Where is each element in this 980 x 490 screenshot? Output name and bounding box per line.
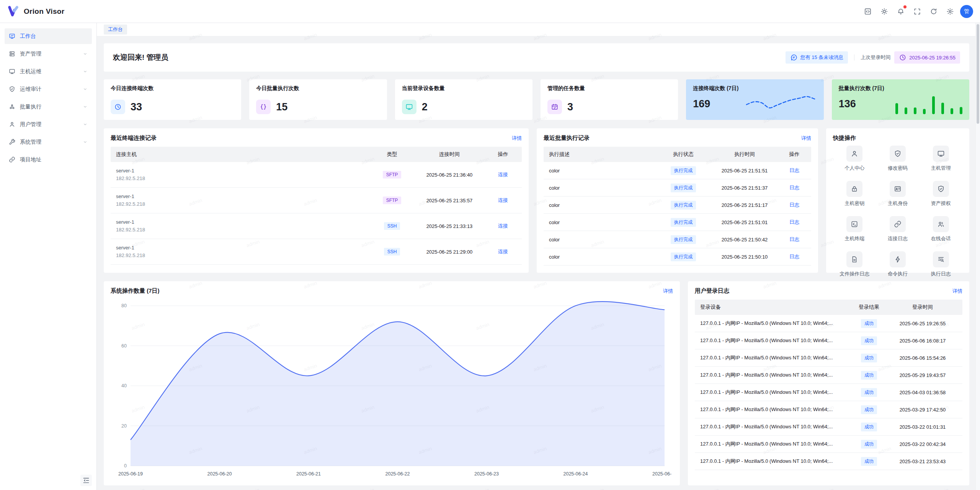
quick-action-item[interactable]: 主机终端	[833, 216, 876, 242]
settings-gear-icon[interactable]	[944, 5, 957, 18]
sidebar-item[interactable]: 用户管理	[5, 116, 92, 132]
detail-link[interactable]: 详情	[801, 135, 811, 142]
notifications-bell-icon[interactable]	[894, 5, 907, 18]
connect-link[interactable]: 连接	[498, 223, 508, 229]
sidebar-item[interactable]: 批量执行	[5, 99, 92, 115]
app-name: Orion Visor	[24, 7, 64, 16]
stat-card-value: 2	[422, 101, 428, 113]
recent-connections-panel: 最近终端连接记录 详情 连接主机 类型 连接时间 操作 server-1	[104, 128, 529, 273]
svg-text:60: 60	[121, 343, 127, 349]
quick-action-item[interactable]: 资产授权	[919, 181, 962, 207]
quick-action-label: 主机密钥	[844, 200, 864, 207]
quick-action-item[interactable]: 主机身份	[876, 181, 920, 207]
login-device: 127.0.0.1 - 内网IP - Mozilla/5.0 (Windows …	[700, 337, 850, 344]
sidebar-item[interactable]: 项目地址	[5, 152, 92, 167]
file-icon	[846, 251, 862, 267]
unread-messages-badge[interactable]: 您有 15 条未读消息	[786, 51, 848, 64]
refresh-icon[interactable]	[927, 5, 940, 18]
type-badge: SFTP	[383, 171, 402, 179]
execution-time: 2025-06-25 21:51:37	[706, 185, 783, 191]
code-square-icon[interactable]	[861, 5, 874, 18]
fullscreen-icon[interactable]	[911, 5, 924, 18]
login-time: 2025-03-22 00:42:34	[888, 441, 957, 447]
quick-action-label: 主机管理	[931, 165, 951, 172]
system-operations-panel: 系统操作数量 (7日) 详情 0204060802025-06-192025-0…	[104, 281, 680, 485]
panel-title: 快捷操作	[833, 134, 856, 142]
scrollbar-thumb[interactable]	[977, 24, 979, 124]
sidebar-item[interactable]: 工作台	[5, 28, 92, 44]
connect-time: 2025-06-25 21:35:57	[409, 198, 490, 203]
user-icon	[9, 121, 15, 128]
stat-card-exec-today: 今日批量执行次数 15	[249, 79, 387, 120]
quick-action-item[interactable]: 在线会话	[919, 216, 962, 242]
quick-action-label: 主机终端	[844, 235, 864, 242]
log-link[interactable]: 日志	[789, 185, 799, 190]
log-link[interactable]: 日志	[789, 219, 799, 225]
log-link[interactable]: 日志	[789, 202, 799, 208]
panel-title: 用户登录日志	[695, 287, 729, 295]
login-result-badge: 成功	[861, 423, 877, 431]
host-name: server-1	[116, 218, 375, 226]
quick-action-item[interactable]: 执行日志	[919, 251, 962, 277]
host-icon	[9, 68, 15, 75]
theme-sun-icon[interactable]	[878, 5, 891, 18]
sidebar-item[interactable]: 系统管理	[5, 134, 92, 150]
quick-action-item[interactable]: 主机密钥	[833, 181, 876, 207]
header-actions: 管	[861, 5, 973, 18]
shield-check-icon	[933, 181, 949, 197]
wrench-icon	[9, 139, 15, 145]
user-avatar[interactable]: 管	[960, 5, 973, 18]
login-time: 2025-04-03 01:36:58	[888, 390, 957, 395]
quick-action-item[interactable]: 主机管理	[919, 146, 962, 172]
stat-card-value: 169	[693, 98, 710, 110]
breadcrumb-item[interactable]: 工作台	[104, 25, 127, 34]
sidebar-collapse-button[interactable]	[80, 475, 92, 486]
unread-messages-text: 您有 15 条未读消息	[800, 54, 844, 61]
stat-card-exec-7d: 批量执行次数 (7日) 136	[832, 79, 969, 120]
lightning-icon	[890, 251, 906, 267]
page-scrollbar	[975, 23, 980, 490]
calendar-icon	[547, 100, 562, 114]
sidebar-item[interactable]: 主机运维	[5, 64, 92, 79]
execution-desc: color	[549, 168, 660, 174]
svg-text:2025-06-23: 2025-06-23	[474, 471, 499, 477]
user-icon	[846, 146, 862, 162]
stat-card-value: 33	[131, 101, 142, 113]
log-link[interactable]: 日志	[789, 167, 799, 173]
stat-card-title: 今日连接终端次数	[111, 85, 234, 92]
login-log-row: 127.0.0.1 - 内网IP - Mozilla/5.0 (Windows …	[695, 367, 962, 384]
users-icon	[933, 216, 949, 232]
quick-action-item[interactable]: 命令执行	[876, 251, 920, 277]
status-badge: 执行完成	[671, 218, 696, 227]
column-header: 连接主机	[116, 151, 375, 158]
shield-check-icon	[9, 86, 15, 92]
connect-link[interactable]: 连接	[498, 249, 508, 254]
connect-link[interactable]: 连接	[498, 172, 508, 177]
status-badge: 执行完成	[671, 166, 696, 175]
status-badge: 执行完成	[671, 252, 696, 261]
login-time: 2025-03-29 17:42:50	[888, 407, 957, 413]
connect-link[interactable]: 连接	[498, 197, 508, 203]
last-login-time: 2025-06-25 19:26:55	[909, 55, 956, 61]
quick-action-item[interactable]: 修改密码	[876, 146, 920, 172]
svg-text:0: 0	[124, 463, 127, 469]
quick-action-label: 文件操作日志	[840, 270, 869, 277]
detail-link[interactable]: 详情	[663, 288, 673, 295]
quick-action-item[interactable]: 文件操作日志	[833, 251, 876, 277]
detail-link[interactable]: 详情	[512, 135, 522, 142]
quick-action-label: 修改密码	[888, 165, 908, 172]
login-device: 127.0.0.1 - 内网IP - Mozilla/5.0 (Windows …	[700, 458, 850, 465]
log-link[interactable]: 日志	[789, 236, 799, 242]
sidebar-item[interactable]: 运维审计	[5, 81, 92, 97]
quick-action-item[interactable]: 连接日志	[876, 216, 920, 242]
host-ip: 182.92.5.218	[116, 252, 375, 259]
host-ip: 182.92.5.218	[116, 175, 375, 182]
chart-title: 系统操作数量 (7日)	[111, 287, 160, 295]
log-link[interactable]: 日志	[789, 254, 799, 259]
quick-action-item[interactable]: 个人中心	[833, 146, 876, 172]
welcome-banner: 欢迎回来! 管理员 您有 15 条未读消息 上次登录时间 2025-06-25 …	[104, 43, 969, 72]
host-name: server-1	[116, 167, 375, 175]
svg-text:80: 80	[121, 303, 127, 308]
sidebar-item[interactable]: 资产管理	[5, 46, 92, 62]
detail-link[interactable]: 详情	[952, 288, 962, 295]
